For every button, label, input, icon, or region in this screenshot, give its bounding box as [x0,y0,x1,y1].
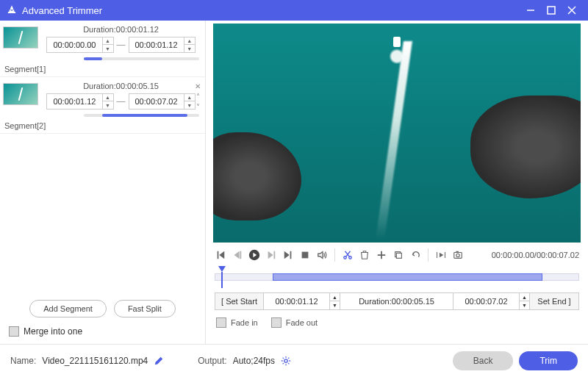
maximize-button[interactable] [541,0,562,21]
svg-point-11 [456,254,459,256]
svg-rect-9 [396,253,401,258]
back-button[interactable]: Back [453,351,514,370]
fade-out-label: Fade out [286,318,318,327]
copy-icon[interactable] [392,249,404,261]
window-title: Advanced Trimmer [22,5,520,16]
delete-icon[interactable] [359,249,370,261]
cut-icon[interactable] [342,249,354,261]
segment-thumbnail [3,83,38,105]
output-label: Output: [198,356,226,366]
range-dash: — [117,96,126,107]
trim-button[interactable]: Trim [519,351,578,370]
playhead[interactable] [218,266,226,272]
segment-label: Segment[1] [4,65,46,73]
svg-rect-10 [454,253,462,259]
segment-start-input[interactable]: 00:00:00.00 ▲▼ [46,37,113,53]
step-back-icon[interactable] [232,249,243,261]
time-display: 00:00:00.00/00:00:07.02 [492,251,579,259]
add-icon[interactable] [376,249,387,261]
svg-rect-12 [456,251,459,253]
duration-display: Duration:00:00:05.15 [340,293,453,309]
fade-out-checkbox[interactable] [271,317,282,328]
move-up-icon[interactable]: ˄ [193,92,202,101]
set-start-button[interactable]: [ Set Start [215,293,264,309]
end-spinner[interactable]: ▲▼ [520,293,530,309]
spinner-up-icon[interactable]: ▲ [103,94,113,101]
fast-split-button[interactable]: Fast Split [114,300,176,317]
set-end-button[interactable]: Set End ] [530,293,578,309]
name-label: Name: [10,356,36,366]
segment-start-input[interactable]: 00:00:01.12 ▲▼ [46,93,113,109]
segment-duration-label: Duration:00:00:01.12 [43,25,199,34]
fade-in-label: Fade in [231,318,258,327]
segment-end-input[interactable]: 00:00:07.02 ▲▼ [129,93,196,109]
go-start-icon[interactable] [215,249,226,261]
segments-panel: Duration:00:00:01.12 00:00:00.00 ▲▼ — 00… [0,21,206,344]
add-segment-button[interactable]: Add Segment [29,300,107,317]
play-button[interactable] [248,249,260,261]
range-dash: — [117,40,126,50]
svg-rect-1 [548,7,555,14]
segment-item[interactable]: Duration:00:00:01.12 00:00:00.00 ▲▼ — 00… [0,21,205,77]
spinner-up-icon[interactable]: ▲ [184,37,195,45]
spinner-down-icon[interactable]: ▼ [103,45,113,52]
stop-icon[interactable] [299,249,311,261]
svg-rect-5 [302,252,309,259]
minimize-button[interactable] [520,0,541,21]
delete-segment-icon[interactable]: ✕ [193,82,202,90]
timeline-selection[interactable] [273,273,542,281]
spinner-up-icon[interactable]: ▲ [103,37,113,45]
output-settings-icon[interactable] [281,356,291,366]
start-time-value[interactable]: 00:00:01.12 [264,293,330,309]
spinner-down-icon[interactable]: ▼ [184,45,195,52]
spinner-down-icon[interactable]: ▼ [103,101,113,109]
segment-label: Segment[2] [4,121,46,130]
fade-in-checkbox[interactable] [216,317,226,328]
merge-label: Merge into one [24,326,82,337]
undo-icon[interactable] [409,249,421,261]
segments-list: Duration:00:00:01.12 00:00:00.00 ▲▼ — 00… [0,21,205,292]
start-spinner[interactable]: ▲▼ [330,293,340,309]
segment-thumbnail [3,26,38,49]
end-time-value[interactable]: 00:00:07.02 [453,293,520,309]
footer-bar: Name: Video_221115161120.mp4 Output: Aut… [0,344,588,376]
set-range-row: [ Set Start 00:00:01.12 ▲▼ Duration:00:0… [215,292,579,310]
segment-item[interactable]: Duration:00:00:05.15 00:00:01.12 ▲▼ — 00… [0,77,205,134]
step-forward-icon[interactable] [265,249,277,261]
video-preview[interactable] [213,24,581,243]
svg-point-13 [284,359,287,362]
edit-name-icon[interactable] [154,356,164,366]
timeline[interactable] [215,268,579,285]
close-button[interactable] [562,0,582,21]
move-down-icon[interactable]: ˅ [193,102,202,111]
output-value: Auto;24fps [233,356,275,366]
filename: Video_221115161120.mp4 [42,356,148,366]
title-bar: Advanced Trimmer [0,0,588,21]
bracket-play-icon[interactable] [435,249,447,261]
segment-duration-label: Duration:00:00:05.15 [43,82,199,90]
player-controls: 00:00:00.00/00:00:07.02 [213,243,581,268]
app-logo-icon [6,4,18,16]
go-end-icon[interactable] [282,249,294,261]
segment-end-input[interactable]: 00:00:01.12 ▲▼ [129,37,196,53]
merge-checkbox[interactable] [9,326,19,337]
snapshot-icon[interactable] [452,249,464,261]
volume-icon[interactable] [316,249,328,261]
